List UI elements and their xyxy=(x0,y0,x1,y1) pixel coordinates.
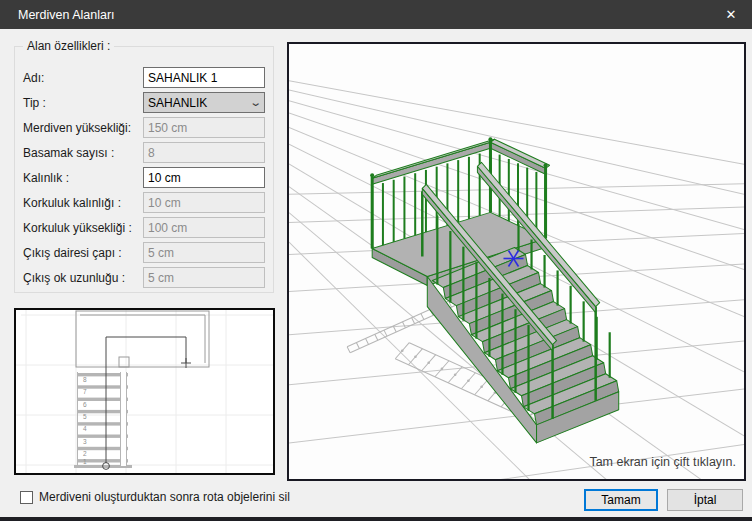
cancel-button[interactable]: İptal xyxy=(667,489,743,511)
plan-page-grid xyxy=(16,310,273,473)
fullscreen-hint: Tam ekran için çift tıklayın. xyxy=(589,455,736,469)
close-icon: ✕ xyxy=(726,7,737,22)
thickness-label: Kalınlık : xyxy=(23,171,69,185)
railing-height-label: Korkuluk yüksekliği : xyxy=(23,221,132,235)
field-row-step-count: Basamak sayısı : xyxy=(15,142,273,163)
title-bar: Merdiven Alanları ✕ xyxy=(0,0,752,29)
landing-plan-outline xyxy=(76,311,209,367)
svg-text:6: 6 xyxy=(83,401,87,408)
field-row-thickness: Kalınlık : xyxy=(15,167,273,188)
field-row-stair-height: Merdiven yüksekliği: xyxy=(15,117,273,138)
group-title: Alan özellikleri : xyxy=(23,39,114,53)
svg-text:3: 3 xyxy=(83,438,87,445)
window-title: Merdiven Alanları xyxy=(18,8,115,22)
field-row-railing-height: Korkuluk yüksekliği : xyxy=(15,217,273,238)
field-row-type: Tip : SAHANLIK ⌄ xyxy=(15,92,273,113)
svg-text:2: 2 xyxy=(83,450,87,457)
stair-areas-dialog: Merdiven Alanları ✕ Alan özellikleri : A… xyxy=(0,0,752,521)
type-dropdown[interactable]: SAHANLIK ⌄ xyxy=(143,92,265,113)
field-row-railing-thickness: Korkuluk kalınlığı : xyxy=(15,192,273,213)
type-label: Tip : xyxy=(23,96,46,110)
delete-route-checkbox[interactable] xyxy=(20,491,33,504)
delete-route-objects-option: Merdiveni oluşturduktan sonra rota objel… xyxy=(20,490,290,504)
window-bottom-edge xyxy=(0,517,752,521)
svg-text:5: 5 xyxy=(83,413,87,420)
exit-arrow-label: Çıkış ok uzunluğu : xyxy=(23,271,125,285)
area-properties-group: Alan özellikleri : Adı: Tip : SAHANLIK ⌄… xyxy=(14,46,274,293)
step-count-input xyxy=(143,142,265,163)
stair-plan-drawing: 8 7 6 5 4 3 2 1 xyxy=(16,310,273,473)
model-3d-preview[interactable]: Tam ekran için çift tıklayın. xyxy=(287,42,746,481)
stair-height-input xyxy=(143,117,265,138)
field-row-exit-arrow: Çıkış ok uzunluğu : xyxy=(15,267,273,288)
exit-circle-label: Çıkış dairesi çapı : xyxy=(23,246,122,260)
delete-route-checkbox-label: Merdiveni oluşturduktan sonra rota objel… xyxy=(39,490,290,504)
railing-height-input xyxy=(143,217,265,238)
exit-circle-input xyxy=(143,242,265,263)
name-label: Adı: xyxy=(23,71,44,85)
name-input[interactable] xyxy=(143,67,265,88)
type-dropdown-value: SAHANLIK xyxy=(148,96,207,110)
step-numbers: 8 7 6 5 4 3 2 1 xyxy=(83,376,87,465)
svg-text:7: 7 xyxy=(83,388,87,395)
field-row-name: Adı: xyxy=(15,67,273,88)
close-button[interactable]: ✕ xyxy=(710,0,752,29)
svg-text:4: 4 xyxy=(83,425,87,432)
plan-preview-panel: 8 7 6 5 4 3 2 1 xyxy=(14,308,275,475)
stair-height-label: Merdiven yüksekliği: xyxy=(23,121,131,135)
chevron-down-icon: ⌄ xyxy=(249,96,262,109)
step-count-label: Basamak sayısı : xyxy=(23,146,114,160)
thickness-input[interactable] xyxy=(143,167,265,188)
svg-text:8: 8 xyxy=(83,376,87,383)
railing-thickness-input xyxy=(143,192,265,213)
staircase-3d-drawing xyxy=(289,44,744,479)
exit-arrow-input xyxy=(143,267,265,288)
ok-button[interactable]: Tamam xyxy=(584,489,658,511)
railing-thickness-label: Korkuluk kalınlığı : xyxy=(23,196,121,210)
flight-plan: 8 7 6 5 4 3 2 1 xyxy=(74,372,132,468)
svg-text:1: 1 xyxy=(83,458,87,465)
field-row-exit-circle: Çıkış dairesi çapı : xyxy=(15,242,273,263)
